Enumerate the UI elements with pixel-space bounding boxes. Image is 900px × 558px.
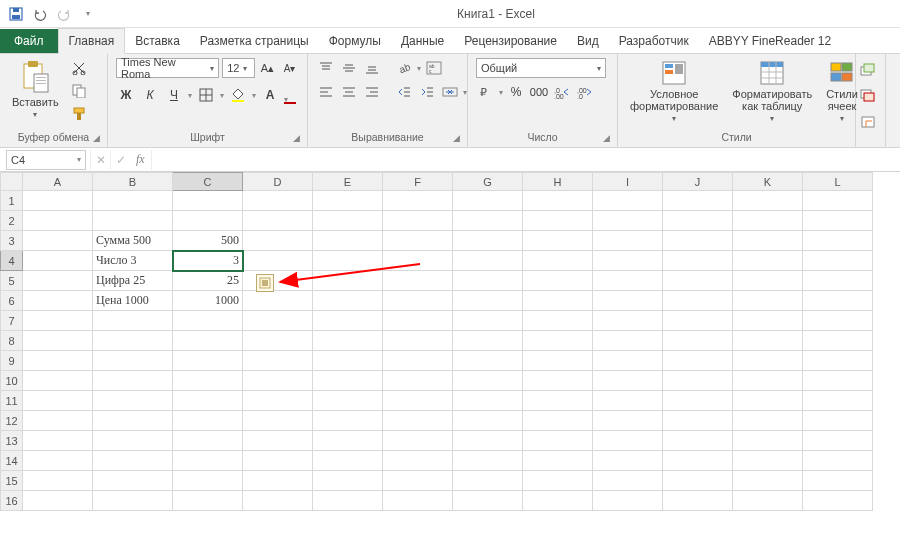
format-as-table-button[interactable]: Форматировать как таблицу ▾ <box>728 58 816 125</box>
cell-B14[interactable] <box>93 451 173 471</box>
cell-K2[interactable] <box>733 211 803 231</box>
cell-K12[interactable] <box>733 411 803 431</box>
cell-C6[interactable]: 1000 <box>173 291 243 311</box>
cell-F8[interactable] <box>383 331 453 351</box>
dialog-launcher-icon[interactable]: ◢ <box>603 133 615 145</box>
cell-J13[interactable] <box>663 431 733 451</box>
cell-C9[interactable] <box>173 351 243 371</box>
cell-L8[interactable] <box>803 331 873 351</box>
cell-K6[interactable] <box>733 291 803 311</box>
fx-icon[interactable]: fx <box>130 152 151 167</box>
cell-E2[interactable] <box>313 211 383 231</box>
cell-F7[interactable] <box>383 311 453 331</box>
insert-cells-icon[interactable] <box>858 60 878 80</box>
column-header-I[interactable]: I <box>593 173 663 191</box>
cancel-formula-icon[interactable]: ✕ <box>90 150 110 170</box>
cell-A9[interactable] <box>23 351 93 371</box>
cell-K15[interactable] <box>733 471 803 491</box>
cell-L1[interactable] <box>803 191 873 211</box>
cell-D13[interactable] <box>243 431 313 451</box>
cell-A15[interactable] <box>23 471 93 491</box>
cell-F12[interactable] <box>383 411 453 431</box>
cell-L11[interactable] <box>803 391 873 411</box>
cell-D11[interactable] <box>243 391 313 411</box>
cell-D4[interactable] <box>243 251 313 271</box>
cell-E13[interactable] <box>313 431 383 451</box>
column-header-J[interactable]: J <box>663 173 733 191</box>
cell-K1[interactable] <box>733 191 803 211</box>
cell-B16[interactable] <box>93 491 173 511</box>
cell-K11[interactable] <box>733 391 803 411</box>
cell-A16[interactable] <box>23 491 93 511</box>
cell-H9[interactable] <box>523 351 593 371</box>
row-header-8[interactable]: 8 <box>1 331 23 351</box>
align-middle-icon[interactable] <box>339 58 359 78</box>
cell-C13[interactable] <box>173 431 243 451</box>
align-right-icon[interactable] <box>362 82 382 102</box>
cell-I9[interactable] <box>593 351 663 371</box>
tab-review[interactable]: Рецензирование <box>454 29 567 53</box>
cell-A12[interactable] <box>23 411 93 431</box>
increase-font-icon[interactable]: A▴ <box>258 58 277 78</box>
cell-G4[interactable] <box>453 251 523 271</box>
cell-D15[interactable] <box>243 471 313 491</box>
cell-D7[interactable] <box>243 311 313 331</box>
cell-G1[interactable] <box>453 191 523 211</box>
cell-E1[interactable] <box>313 191 383 211</box>
format-painter-icon[interactable] <box>69 104 89 124</box>
fill-color-icon[interactable] <box>228 85 248 105</box>
cell-B9[interactable] <box>93 351 173 371</box>
cell-D5[interactable] <box>243 271 313 291</box>
cell-I4[interactable] <box>593 251 663 271</box>
paste-button[interactable]: Вставить ▾ <box>8 58 63 121</box>
cell-E6[interactable] <box>313 291 383 311</box>
column-header-A[interactable]: A <box>23 173 93 191</box>
font-size-combo[interactable]: 12▾ <box>222 58 255 78</box>
comma-format-icon[interactable]: 000 <box>529 82 549 102</box>
copy-icon[interactable] <box>69 81 89 101</box>
cell-I7[interactable] <box>593 311 663 331</box>
row-header-15[interactable]: 15 <box>1 471 23 491</box>
cell-A13[interactable] <box>23 431 93 451</box>
row-header-3[interactable]: 3 <box>1 231 23 251</box>
cell-F4[interactable] <box>383 251 453 271</box>
cell-G6[interactable] <box>453 291 523 311</box>
cell-C7[interactable] <box>173 311 243 331</box>
cell-F10[interactable] <box>383 371 453 391</box>
cell-I8[interactable] <box>593 331 663 351</box>
cell-A2[interactable] <box>23 211 93 231</box>
underline-button[interactable]: Ч <box>164 85 184 105</box>
cell-B15[interactable] <box>93 471 173 491</box>
cell-B1[interactable] <box>93 191 173 211</box>
cell-D12[interactable] <box>243 411 313 431</box>
cell-H8[interactable] <box>523 331 593 351</box>
column-header-D[interactable]: D <box>243 173 313 191</box>
cell-L4[interactable] <box>803 251 873 271</box>
merge-center-icon[interactable] <box>440 82 460 102</box>
cell-F15[interactable] <box>383 471 453 491</box>
cell-B10[interactable] <box>93 371 173 391</box>
cell-K8[interactable] <box>733 331 803 351</box>
file-tab[interactable]: Файл <box>0 29 58 53</box>
decrease-font-icon[interactable]: A▾ <box>280 58 299 78</box>
cell-H1[interactable] <box>523 191 593 211</box>
autofill-options-icon[interactable] <box>256 274 274 292</box>
wrap-text-icon[interactable]: abc <box>424 58 444 78</box>
cell-C11[interactable] <box>173 391 243 411</box>
conditional-formatting-button[interactable]: Условное форматирование ▾ <box>626 58 722 125</box>
cell-E9[interactable] <box>313 351 383 371</box>
cell-J8[interactable] <box>663 331 733 351</box>
cell-H15[interactable] <box>523 471 593 491</box>
cell-L12[interactable] <box>803 411 873 431</box>
cell-G12[interactable] <box>453 411 523 431</box>
cell-J4[interactable] <box>663 251 733 271</box>
cell-D9[interactable] <box>243 351 313 371</box>
row-header-16[interactable]: 16 <box>1 491 23 511</box>
cell-H16[interactable] <box>523 491 593 511</box>
cell-B7[interactable] <box>93 311 173 331</box>
row-header-11[interactable]: 11 <box>1 391 23 411</box>
column-header-E[interactable]: E <box>313 173 383 191</box>
cell-J2[interactable] <box>663 211 733 231</box>
column-header-B[interactable]: B <box>93 173 173 191</box>
cell-A14[interactable] <box>23 451 93 471</box>
